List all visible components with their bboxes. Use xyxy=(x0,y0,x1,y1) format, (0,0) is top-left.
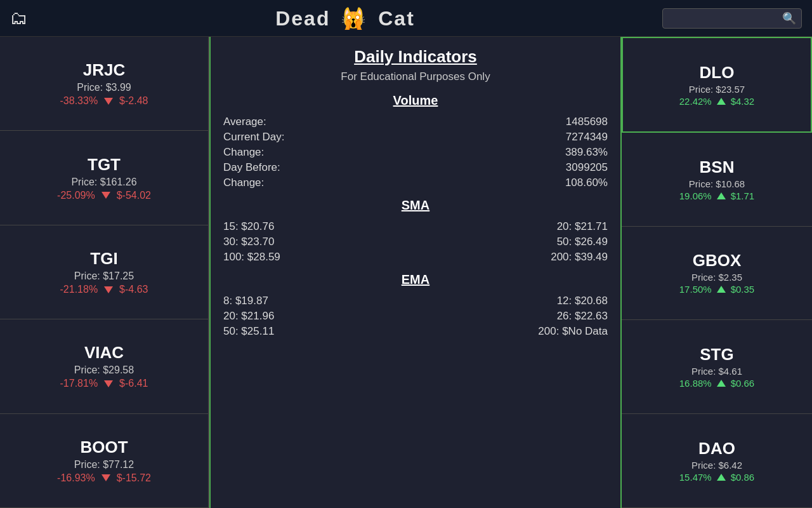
sma-row: 30: $23.70 50: $26.49 xyxy=(223,234,608,250)
right-price: Price: $4.61 xyxy=(629,366,804,377)
stock-pct-change: -38.33% xyxy=(60,95,98,107)
indicator-value: 7274349 xyxy=(566,131,608,144)
daily-indicators-title: Daily Indicators xyxy=(223,47,608,67)
indicator-label: Average: xyxy=(223,116,266,128)
right-change-row: 22.42% $4.32 xyxy=(631,96,803,107)
sma-header: SMA xyxy=(223,198,608,213)
up-arrow-icon xyxy=(717,98,726,105)
stock-price: Price: $161.26 xyxy=(9,177,199,188)
left-stock-card[interactable]: BOOT Price: $77.12 -16.93% $-15.72 xyxy=(0,414,208,508)
volume-row: Change: 108.60% xyxy=(223,175,608,190)
ema-right: 12: $20.68 xyxy=(557,295,608,307)
center-subtitle: For Educational Purposes Only xyxy=(223,70,608,83)
ema-row: 8: $19.87 12: $20.68 xyxy=(223,293,608,309)
center-column: Daily Indicators For Educational Purpose… xyxy=(209,37,622,508)
search-input[interactable] xyxy=(668,13,782,24)
ema-left: 50: $25.11 xyxy=(223,325,274,338)
ema-right: 26: $22.63 xyxy=(557,310,608,323)
up-arrow-icon xyxy=(717,192,726,199)
stock-ticker: JRJC xyxy=(9,60,199,80)
stock-ticker: TGI xyxy=(9,249,199,269)
search-box[interactable]: 🔍 xyxy=(662,8,802,29)
sma-left: 100: $28.59 xyxy=(223,251,280,264)
folder-icon[interactable]: 🗂 xyxy=(10,8,28,29)
stock-price: Price: $3.99 xyxy=(9,82,199,93)
right-ticker: GBOX xyxy=(629,251,804,271)
stock-dollar-change: $-2.48 xyxy=(119,95,148,107)
indicator-value: 1485698 xyxy=(566,116,608,128)
right-price: Price: $6.42 xyxy=(629,460,804,471)
down-arrow-icon xyxy=(104,286,113,293)
right-stock-card[interactable]: DAO Price: $6.42 15.47% $0.86 xyxy=(622,414,812,508)
sma-row: 15: $20.76 20: $21.71 xyxy=(223,219,608,234)
right-price: Price: $23.57 xyxy=(631,84,803,95)
sma-left: 30: $23.70 xyxy=(223,236,274,248)
left-stock-card[interactable]: VIAC Price: $29.58 -17.81% $-6.41 xyxy=(0,319,208,413)
left-stock-card[interactable]: JRJC Price: $3.99 -38.33% $-2.48 xyxy=(0,37,208,131)
stock-change-row: -38.33% $-2.48 xyxy=(9,95,199,107)
stock-ticker: BOOT xyxy=(9,438,199,457)
stock-pct-change: -25.09% xyxy=(57,190,95,201)
right-stock-card[interactable]: STG Price: $4.61 16.88% $0.66 xyxy=(622,320,812,414)
volume-row: Change: 389.63% xyxy=(223,145,608,160)
left-column: JRJC Price: $3.99 -38.33% $-2.48 TGT Pri… xyxy=(0,37,209,508)
cat-emoji: 🙀 xyxy=(341,6,367,30)
left-stock-card[interactable]: TGI Price: $17.25 -21.18% $-4.63 xyxy=(0,225,208,319)
ema-row: 20: $21.96 26: $22.63 xyxy=(223,309,608,324)
stock-ticker: TGT xyxy=(9,155,199,175)
right-column: DLO Price: $23.57 22.42% $4.32 BSN Price… xyxy=(622,37,812,508)
stock-dollar-change: $-54.02 xyxy=(117,190,151,201)
down-arrow-icon xyxy=(102,192,110,199)
indicator-label: Day Before: xyxy=(223,161,280,174)
left-stock-card[interactable]: TGT Price: $161.26 -25.09% $-54.02 xyxy=(0,131,208,225)
sma-right: 50: $26.49 xyxy=(557,236,608,248)
ema-left: 20: $21.96 xyxy=(223,310,274,323)
right-dollar-change: $0.66 xyxy=(731,378,755,389)
stock-price: Price: $29.58 xyxy=(9,364,199,376)
right-stock-card[interactable]: GBOX Price: $2.35 17.50% $0.35 xyxy=(622,227,812,321)
sma-right: 200: $39.49 xyxy=(551,251,608,264)
down-arrow-icon xyxy=(102,474,110,481)
stock-dollar-change: $-6.41 xyxy=(119,378,148,389)
right-dollar-change: $4.32 xyxy=(731,96,755,107)
stock-pct-change: -16.93% xyxy=(57,472,95,484)
right-change-row: 19.06% $1.71 xyxy=(629,190,804,201)
volume-row: Day Before: 3099205 xyxy=(223,160,608,175)
indicator-label: Current Day: xyxy=(223,131,284,144)
right-ticker: DAO xyxy=(629,439,804,458)
stock-pct-change: -17.81% xyxy=(60,378,98,389)
down-arrow-icon xyxy=(104,98,113,105)
right-stock-card[interactable]: DLO Price: $23.57 22.42% $4.32 xyxy=(622,37,812,133)
indicator-value: 389.63% xyxy=(565,146,608,159)
up-arrow-icon xyxy=(717,474,726,481)
right-pct-change: 17.50% xyxy=(679,284,712,295)
title-left: Dead xyxy=(275,7,330,30)
down-arrow-icon xyxy=(104,380,113,387)
volume-row: Current Day: 7274349 xyxy=(223,130,608,145)
right-dollar-change: $0.35 xyxy=(731,284,755,295)
stock-change-row: -16.93% $-15.72 xyxy=(9,472,199,484)
right-pct-change: 15.47% xyxy=(679,472,712,483)
right-ticker: BSN xyxy=(629,157,804,177)
right-pct-change: 19.06% xyxy=(679,190,712,201)
right-change-row: 16.88% $0.66 xyxy=(629,378,804,389)
sma-left: 15: $20.76 xyxy=(223,220,274,233)
search-icon: 🔍 xyxy=(782,11,796,25)
up-arrow-icon xyxy=(717,286,726,293)
ema-row: 50: $25.11 200: $No Data xyxy=(223,324,608,339)
ema-right: 200: $No Data xyxy=(538,325,608,338)
stock-dollar-change: $-4.63 xyxy=(119,284,148,295)
right-pct-change: 22.42% xyxy=(679,96,712,107)
right-price: Price: $10.68 xyxy=(629,178,804,189)
stock-price: Price: $17.25 xyxy=(9,271,199,282)
ema-left: 8: $19.87 xyxy=(223,295,268,307)
app-title: Dead 🙀 Cat xyxy=(28,6,662,30)
right-stock-card[interactable]: BSN Price: $10.68 19.06% $1.71 xyxy=(622,133,812,227)
right-price: Price: $2.35 xyxy=(629,272,804,283)
up-arrow-icon xyxy=(717,380,726,387)
title-right: Cat xyxy=(378,7,415,30)
stock-change-row: -21.18% $-4.63 xyxy=(9,284,199,295)
stock-change-row: -17.81% $-6.41 xyxy=(9,378,199,389)
sma-right: 20: $21.71 xyxy=(557,220,608,233)
right-change-row: 15.47% $0.86 xyxy=(629,472,804,483)
